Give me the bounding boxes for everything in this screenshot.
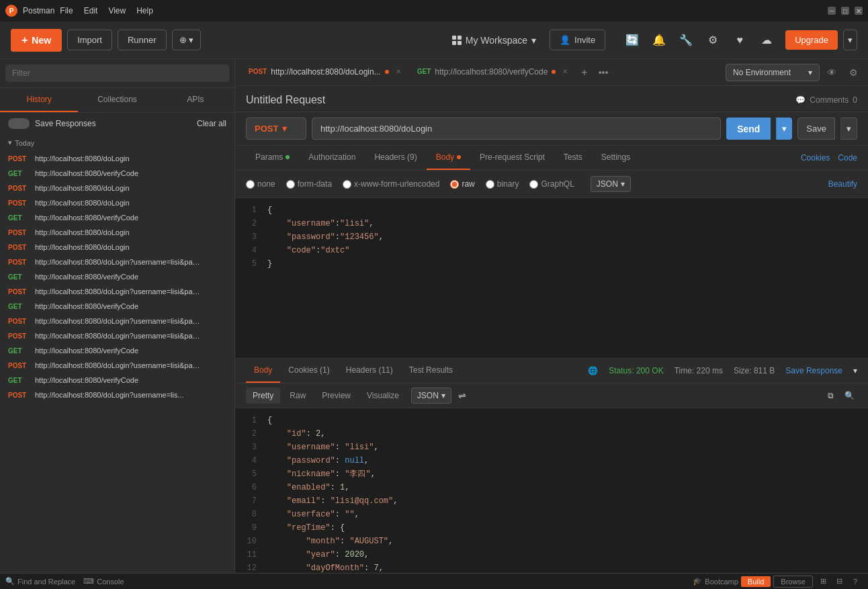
list-item[interactable]: POST http://localhost:8080/doLogin?usern… (0, 358, 234, 373)
list-item[interactable]: POST http://localhost:8080/doLogin (0, 151, 234, 166)
radio-raw[interactable] (450, 180, 459, 189)
resp-format-selector[interactable]: JSON ▾ (411, 388, 451, 404)
find-replace-button[interactable]: 🔍 Find and Replace (5, 577, 75, 586)
list-item[interactable]: GET http://localhost:8080/verifyCode (0, 343, 234, 358)
console-button[interactable]: ⌨ Console (83, 577, 124, 586)
sidebar-tab-history[interactable]: History (0, 88, 78, 112)
cloud-button[interactable]: ☁ (756, 30, 777, 51)
url-input[interactable] (312, 118, 721, 140)
build-button[interactable]: Build (741, 576, 771, 587)
save-response-chevron[interactable]: ▾ (853, 366, 857, 375)
radio-graphql[interactable] (529, 180, 538, 189)
custom-button[interactable]: ⊕ ▾ (172, 30, 202, 50)
bootcamp-button[interactable]: 🎓 Bootcamp (693, 577, 738, 586)
menu-help[interactable]: Help (136, 6, 153, 15)
request-tab-1[interactable]: GET http://localhost:8080/verifyCode ✕ (409, 62, 576, 83)
list-item[interactable]: GET http://localhost:8080/verifyCode (0, 166, 234, 181)
radio-formdata[interactable] (286, 180, 295, 189)
radio-none[interactable] (246, 180, 255, 189)
resp-tab-testresults[interactable]: Test Results (401, 359, 461, 383)
sidebar-tab-collections[interactable]: Collections (78, 88, 156, 112)
sidebar-tab-apis[interactable]: APIs (157, 88, 234, 112)
workspace-selector[interactable]: My Workspace ▾ (444, 30, 544, 51)
save-dropdown-button[interactable]: ▾ (840, 118, 857, 140)
copy-icon-btn[interactable]: ⧉ (822, 388, 838, 404)
search-icon-btn[interactable]: 🔍 (841, 388, 857, 404)
send-button[interactable]: Send (726, 118, 771, 140)
tab-headers[interactable]: Headers (9) (365, 146, 426, 170)
option-none[interactable]: none (246, 179, 275, 189)
more-tabs-button[interactable]: ••• (593, 62, 614, 83)
resp-pretty-tab[interactable]: Pretty (246, 388, 280, 404)
runner-button[interactable]: Runner (118, 30, 167, 50)
list-item[interactable]: POST http://localhost:8080/doLogin (0, 225, 234, 240)
minimize-button[interactable]: ─ (828, 7, 836, 15)
layout-2-button[interactable]: ⊟ (832, 576, 847, 588)
option-formdata[interactable]: form-data (286, 179, 332, 189)
option-urlencoded[interactable]: x-www-form-urlencoded (343, 179, 439, 189)
list-item[interactable]: POST http://localhost:8080/doLogin?usern… (0, 314, 234, 328)
add-tab-button[interactable]: + (576, 61, 593, 84)
list-item[interactable]: POST http://localhost:8080/doLogin (0, 181, 234, 195)
eye-icon-btn[interactable]: 👁 (822, 63, 841, 82)
maximize-button[interactable]: □ (841, 7, 849, 15)
lines-icon-btn[interactable]: ⇌ (454, 388, 470, 404)
list-item[interactable]: POST http://localhost:8080/doLogin?usern… (0, 255, 234, 269)
notification-button[interactable]: 🔔 (648, 30, 670, 51)
resp-tab-cookies[interactable]: Cookies (1) (280, 359, 337, 383)
send-dropdown-button[interactable]: ▾ (776, 118, 792, 140)
radio-urlencoded[interactable] (343, 180, 351, 189)
list-item[interactable]: POST http://localhost:8080/doLogin (0, 195, 234, 210)
search-input[interactable] (5, 64, 229, 82)
menu-edit[interactable]: Edit (84, 6, 98, 15)
format-selector[interactable]: JSON ▾ (591, 176, 631, 192)
save-button[interactable]: Save (797, 118, 835, 140)
resp-tab-body[interactable]: Body (246, 359, 280, 383)
cookies-link[interactable]: Cookies (801, 153, 830, 163)
close-button[interactable]: ✕ (855, 7, 863, 15)
resp-raw-tab[interactable]: Raw (283, 388, 312, 404)
request-body-code[interactable]: { "username":"lisi", "password":"123456"… (262, 198, 868, 358)
tab-close-0[interactable]: ✕ (396, 68, 401, 75)
list-item[interactable]: GET http://localhost:8080/verifyCode (0, 269, 234, 284)
resp-preview-tab[interactable]: Preview (315, 388, 357, 404)
import-button[interactable]: Import (67, 30, 112, 50)
menu-view[interactable]: View (108, 6, 126, 15)
save-response-button[interactable]: Save Response (785, 366, 842, 375)
option-graphql[interactable]: GraphQL (529, 179, 574, 189)
list-item[interactable]: POST http://localhost:8080/doLogin?usern… (0, 284, 234, 299)
method-select[interactable]: POST ▾ (246, 118, 306, 140)
list-item[interactable]: POST http://localhost:8080/doLogin?usern… (0, 388, 234, 402)
list-item[interactable]: POST http://localhost:8080/doLogin (0, 240, 234, 255)
request-tab-0[interactable]: POST http://localhost:8080/doLogin... ✕ (241, 62, 409, 83)
option-binary[interactable]: binary (486, 179, 519, 189)
tab-close-1[interactable]: ✕ (562, 68, 568, 75)
beautify-button[interactable]: Beautify (828, 179, 857, 189)
upgrade-dropdown[interactable]: ▾ (843, 30, 857, 50)
new-button[interactable]: + New (11, 29, 62, 52)
tab-tests[interactable]: Tests (554, 146, 592, 170)
clear-all-button[interactable]: Clear all (197, 119, 226, 128)
tab-settings[interactable]: Settings (592, 146, 640, 170)
help-button[interactable]: ? (848, 576, 863, 588)
browse-button[interactable]: Browse (773, 576, 813, 588)
invite-button[interactable]: 👤 Invite (550, 30, 605, 50)
tab-body[interactable]: Body (427, 146, 470, 170)
radio-binary[interactable] (486, 180, 494, 189)
code-link[interactable]: Code (838, 153, 857, 163)
settings-env-btn[interactable]: ⚙ (844, 63, 863, 82)
layout-1-button[interactable]: ⊞ (816, 576, 830, 588)
env-dropdown[interactable]: No Environment ▾ (726, 64, 820, 81)
heart-button[interactable]: ♥ (729, 30, 750, 51)
comments-button[interactable]: 💬 Comments 0 (795, 95, 857, 105)
wrench-button[interactable]: 🔧 (675, 30, 697, 51)
option-raw[interactable]: raw (450, 179, 474, 189)
settings-button[interactable]: ⚙ (702, 30, 724, 51)
upgrade-button[interactable]: Upgrade (785, 30, 838, 50)
sync-button[interactable]: 🔄 (621, 30, 643, 51)
tab-authorization[interactable]: Authorization (299, 146, 365, 170)
list-item[interactable]: GET http://localhost:8080/verifyCode (0, 299, 234, 314)
save-responses-toggle[interactable]: Save Responses (8, 118, 96, 129)
tab-params[interactable]: Params (246, 146, 299, 170)
resp-visualize-tab[interactable]: Visualize (360, 388, 406, 404)
